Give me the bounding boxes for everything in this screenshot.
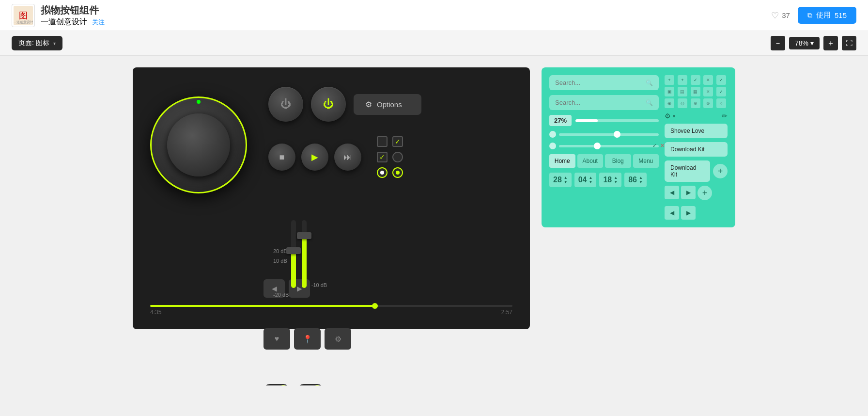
count-seconds-arrows: ▲ ▼	[639, 176, 643, 184]
count-minutes-down[interactable]: ▼	[614, 180, 618, 184]
slider-thumb-2[interactable]	[594, 143, 601, 149]
skip-icon: ⏭	[343, 152, 352, 162]
db-label-20: 20 dB	[273, 248, 287, 254]
count-hours-arrows: ▲ ▼	[589, 176, 593, 184]
add-button[interactable]: +	[713, 164, 728, 178]
playback-row: ■ ▶ ⏭ ✓ ✓	[268, 136, 520, 178]
fader-track-1[interactable]	[291, 220, 296, 288]
grid-cell-5[interactable]: ✓	[716, 75, 726, 85]
percent-badge: 27%	[549, 115, 572, 126]
percent-fill	[575, 119, 598, 122]
teal-forward-button[interactable]: ▶	[681, 206, 696, 220]
use-label: 使用	[816, 11, 831, 20]
grid-cell-11[interactable]: ◉	[665, 98, 674, 108]
fader-track-2[interactable]	[302, 220, 307, 288]
grid-cell-4[interactable]: ✕	[703, 75, 713, 85]
skip-forward-button[interactable]: ⏭	[334, 144, 361, 171]
search-bar-1[interactable]: 🔍	[549, 75, 659, 90]
knob-inner	[167, 113, 230, 176]
count-seconds-up[interactable]: ▲	[639, 176, 643, 180]
grid-cell-1[interactable]: +	[665, 75, 674, 85]
grid-cell-14[interactable]: ⊗	[703, 98, 713, 108]
fit-to-screen-button[interactable]: ⛶	[842, 36, 856, 50]
fader-handle-1[interactable]	[286, 247, 301, 254]
options-button[interactable]: ⚙ Options	[354, 94, 421, 115]
shovee-love-button[interactable]: Shovee Love	[665, 124, 728, 138]
download-kit-button-1[interactable]: Download Kit	[665, 142, 728, 157]
stop-button[interactable]: ■	[268, 144, 295, 171]
fader-handle-2[interactable]	[297, 232, 311, 239]
count-hours-down[interactable]: ▼	[589, 180, 593, 184]
zoom-out-button[interactable]: －	[771, 36, 785, 50]
grid-cell-6[interactable]: ▣	[665, 87, 674, 96]
grid-cell-2[interactable]: +	[678, 75, 687, 85]
play-button[interactable]: ▶	[301, 144, 328, 171]
power-button-inactive[interactable]: ⏻	[268, 87, 303, 122]
toggle-off[interactable]	[264, 384, 290, 385]
slider-1	[549, 131, 659, 138]
teal-plus-button[interactable]: +	[698, 186, 712, 200]
teal-back-button[interactable]: ◀	[665, 206, 679, 220]
dropdown-arrow: ▾	[673, 113, 675, 119]
slider-1-dot	[549, 131, 556, 138]
grid-cell-12[interactable]: ◎	[678, 98, 687, 108]
count-days-up[interactable]: ▲	[564, 176, 568, 180]
count-days-arrows: ▲ ▼	[564, 176, 568, 184]
count-hours-up[interactable]: ▲	[589, 176, 593, 180]
svg-text:图: 图	[19, 11, 28, 20]
page-selector[interactable]: 页面: 图标 ▾	[12, 36, 62, 50]
grid-cell-8[interactable]: ▦	[691, 87, 700, 96]
nav-blog[interactable]: Blog	[605, 154, 631, 168]
grid-cell-10[interactable]: ✓	[716, 87, 726, 96]
slider-track-1[interactable]	[559, 133, 659, 136]
gear-row: ⚙ ▾ ✏	[665, 112, 728, 120]
follow-button[interactable]: 关注	[92, 18, 105, 26]
favorite-button[interactable]: ♥	[264, 328, 290, 350]
count-minutes-up[interactable]: ▲	[614, 176, 618, 180]
count-days-down[interactable]: ▼	[564, 180, 568, 184]
radio-white[interactable]	[377, 167, 388, 178]
toggle-on[interactable]	[297, 384, 324, 385]
power-button-active[interactable]: ⏻	[311, 87, 346, 122]
radio-green[interactable]	[392, 167, 403, 178]
slider-track-2[interactable]: ✓ ✕	[559, 145, 659, 147]
teal-next-button[interactable]: ▶	[681, 186, 696, 199]
like-number: 37	[782, 11, 790, 19]
progress-track[interactable]	[150, 305, 512, 307]
checkbox-unchecked[interactable]	[377, 136, 388, 147]
nav-home[interactable]: Home	[549, 154, 575, 168]
teal-panel: 🔍 🔍 27%	[542, 67, 735, 227]
location-button[interactable]: 📍	[294, 328, 321, 350]
checkbox-checked-green[interactable]: ✓	[377, 152, 388, 162]
countdown: 28 ▲ ▼ 04 ▲ ▼ 18 ▲	[549, 173, 659, 187]
nav-tabs: Home About Blog Menu	[549, 154, 659, 168]
nav-about[interactable]: About	[577, 154, 604, 168]
settings-button[interactable]: ⚙	[325, 328, 351, 350]
checkbox-checked[interactable]: ✓	[392, 136, 403, 147]
grid-cell-7[interactable]: ▤	[678, 87, 687, 96]
use-button[interactable]: ⧉ 使用 515	[798, 7, 856, 24]
grid-cell-13[interactable]: ⊕	[691, 98, 700, 108]
grid-cell-9[interactable]: ✕	[703, 87, 713, 96]
page-label: 页面: 图标	[18, 39, 49, 48]
count-seconds-down[interactable]: ▼	[639, 180, 643, 184]
time-labels: 4:35 2:57	[150, 309, 512, 316]
grid-cell-3[interactable]: ✓	[691, 75, 700, 85]
slider-thumb-1[interactable]	[614, 131, 620, 138]
teal-prev-button[interactable]: ◀	[665, 186, 679, 199]
icon-grid-top: + + ✓ ✕ ✓ ▣ ▤ ▦ ✕ ✓ ◉ ◎ ⊕ ⊗ ○	[665, 75, 728, 108]
main-knob[interactable]	[150, 96, 247, 193]
grid-cell-15[interactable]: ○	[716, 98, 726, 108]
search-input-1[interactable]	[555, 79, 642, 86]
fader-1	[291, 220, 296, 288]
zoom-in-button[interactable]: ＋	[823, 36, 838, 50]
zoom-level-selector[interactable]: 78% ▾	[789, 37, 820, 49]
search-input-2[interactable]	[555, 99, 642, 106]
edit-icon[interactable]: ✏	[722, 112, 728, 120]
fader-db-labels: 20 dB 10 dB	[273, 248, 287, 288]
radio-unchecked[interactable]	[392, 152, 403, 162]
search-bar-2[interactable]: 🔍	[549, 95, 659, 110]
progress-thumb[interactable]	[372, 303, 378, 309]
download-kit-button-2[interactable]: Download Kit	[665, 160, 710, 182]
nav-menu[interactable]: Menu	[633, 154, 659, 168]
